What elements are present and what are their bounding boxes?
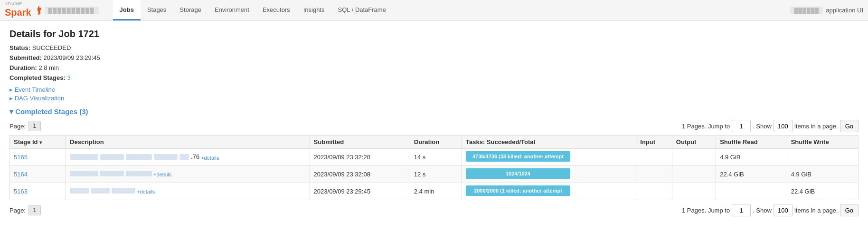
pagination-bottom: Page: 1 1 Pages. Jump to . Show items in… <box>9 204 859 216</box>
completed-stages-link[interactable]: 3 <box>67 74 70 81</box>
pagination-bottom-right: 1 Pages. Jump to . Show items in a page.… <box>682 204 859 216</box>
duration-label: Duration: <box>9 64 37 71</box>
stage-id-link[interactable]: 5163 <box>14 188 28 195</box>
nav-executors[interactable]: Executors <box>256 0 297 20</box>
shuffle-read-cell: 4.9 GiB <box>716 149 787 166</box>
stage-id-link[interactable]: 5165 <box>14 154 28 161</box>
completed-stages-row: Completed Stages: 3 <box>9 74 859 81</box>
table-row: 5164 +details2023/09/09 23:32:0812 s1024… <box>10 166 859 183</box>
duration-cell: 14 s <box>410 149 462 166</box>
completed-stages-section-title: Completed Stages (3) <box>9 107 859 116</box>
go-button-bottom[interactable]: Go <box>840 204 859 216</box>
nav-links: Jobs Stages Storage Environment Executor… <box>113 0 791 20</box>
stage-id-cell: 5165 <box>10 149 66 166</box>
submitted-value: 2023/09/09 23:29:45 <box>44 54 100 61</box>
pagination-bottom-left: Page: 1 <box>9 205 41 215</box>
nav-stages[interactable]: Stages <box>141 0 173 20</box>
page-label-top: Page: <box>9 123 26 130</box>
col-shuffle-read[interactable]: Shuffle Read <box>716 136 787 149</box>
show-label-top: . Show <box>753 123 772 130</box>
submitted-cell: 2023/09/09 23:32:08 <box>310 166 410 183</box>
nav-insights[interactable]: Insights <box>297 0 331 20</box>
show-count-input-top[interactable] <box>774 120 793 132</box>
items-label-bottom: items in a page. <box>794 207 838 214</box>
nav-storage[interactable]: Storage <box>173 0 208 20</box>
shuffle-write-cell: 22.4 GiB <box>787 183 858 200</box>
output-cell <box>672 149 716 166</box>
tasks-cell: 2000/2000 (1 killed: another attempt <box>462 183 636 200</box>
items-label-top: items in a page. <box>794 123 838 130</box>
col-shuffle-write[interactable]: Shuffle Write <box>787 136 858 149</box>
col-submitted[interactable]: Submitted <box>310 136 410 149</box>
nav-right: ██████ application UI <box>790 7 863 14</box>
col-tasks[interactable]: Tasks: Succeeded/Total <box>462 136 636 149</box>
pagination-top-right: 1 Pages. Jump to . Show items in a page.… <box>682 120 859 132</box>
col-description[interactable]: Description <box>66 136 310 149</box>
duration-row: Duration: 2.8 min <box>9 64 859 71</box>
show-label-bottom: . Show <box>753 207 772 214</box>
stages-table: Stage Id ▾ Description Submitted Duratio… <box>9 135 859 200</box>
table-header-row: Stage Id ▾ Description Submitted Duratio… <box>10 136 859 149</box>
jump-to-input-top[interactable] <box>732 120 751 132</box>
submitted-cell: 2023/09/09 23:32:20 <box>310 149 410 166</box>
expand-links: Event Timeline DAG Visualization <box>9 86 859 102</box>
input-cell <box>636 166 672 183</box>
output-cell <box>672 183 716 200</box>
jump-to-input-bottom[interactable] <box>732 204 751 216</box>
submitted-label: Submitted: <box>9 54 42 61</box>
show-count-input-bottom[interactable] <box>774 204 793 216</box>
stage-id-cell: 5163 <box>10 183 66 200</box>
status-label: Status: <box>9 44 30 51</box>
shuffle-read-cell: 22.4 GiB <box>716 166 787 183</box>
completed-stages-label: Completed Stages: <box>9 74 66 81</box>
description-cell: +details <box>66 183 310 200</box>
status-value: SUCCEEDED <box>32 44 71 51</box>
shuffle-read-cell <box>716 183 787 200</box>
col-duration[interactable]: Duration <box>410 136 462 149</box>
page-number-bottom: 1 <box>28 205 41 215</box>
pagination-top-left: Page: 1 <box>9 121 41 131</box>
page-title: Details for Job 1721 <box>9 29 859 39</box>
duration-value: 2.8 min <box>38 64 59 71</box>
nav-sql[interactable]: SQL / DataFrame <box>331 0 393 20</box>
output-cell <box>672 166 716 183</box>
details-link[interactable]: +details <box>152 172 171 177</box>
status-row: Status: SUCCEEDED <box>9 44 859 51</box>
apache-label: APACHE <box>5 2 31 6</box>
input-cell <box>636 183 672 200</box>
pagination-top: Page: 1 1 Pages. Jump to . Show items in… <box>9 120 859 132</box>
event-timeline-link[interactable]: Event Timeline <box>9 86 859 93</box>
nav-app-label-right: ██████ <box>790 7 823 14</box>
app-info-blurred: ██████████ <box>45 7 99 14</box>
go-button-top[interactable]: Go <box>840 120 859 132</box>
spark-label: Spark <box>5 7 31 18</box>
details-link[interactable]: +details <box>199 155 219 161</box>
description-cell: +details <box>66 166 310 183</box>
duration-cell: 2.4 min <box>410 183 462 200</box>
stage-id-cell: 5164 <box>10 166 66 183</box>
tasks-cell: 4736/4736 (33 killed: another attempt <box>462 149 636 166</box>
shuffle-write-cell <box>787 149 858 166</box>
nav-environment[interactable]: Environment <box>208 0 256 20</box>
details-link[interactable]: +details <box>135 189 155 194</box>
dag-link[interactable]: DAG Visualization <box>9 95 859 102</box>
page-number-top: 1 <box>28 121 41 131</box>
page-label-bottom: Page: <box>9 207 26 214</box>
col-stage-id[interactable]: Stage Id ▾ <box>10 136 66 149</box>
desc-suffix: .76 <box>191 153 199 160</box>
nav-app-text: application UI <box>826 7 863 14</box>
shuffle-write-cell: 4.9 GiB <box>787 166 858 183</box>
nav-jobs[interactable]: Jobs <box>113 0 141 20</box>
main-content: Details for Job 1721 Status: SUCCEEDED S… <box>0 21 868 227</box>
stage-id-link[interactable]: 5164 <box>14 171 28 178</box>
pages-text-top: 1 Pages. Jump to <box>682 123 730 130</box>
col-output[interactable]: Output <box>672 136 716 149</box>
col-input[interactable]: Input <box>636 136 672 149</box>
submitted-cell: 2023/09/09 23:29:45 <box>310 183 410 200</box>
spark-logo: APACHE Spark <box>5 2 45 19</box>
pages-text-bottom: 1 Pages. Jump to <box>682 207 730 214</box>
table-row: 5163 +details2023/09/09 23:29:452.4 min2… <box>10 183 859 200</box>
spark-flame-icon <box>33 5 45 16</box>
table-row: 5165.76 +details2023/09/09 23:32:2014 s4… <box>10 149 859 166</box>
input-cell <box>636 149 672 166</box>
